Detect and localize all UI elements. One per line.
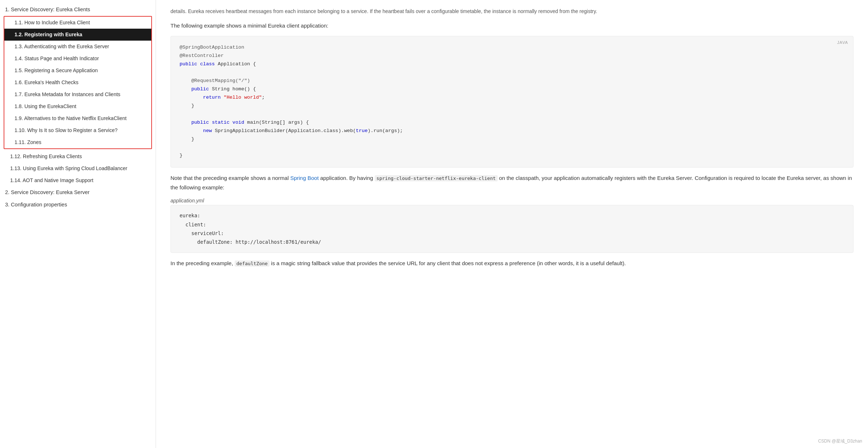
sidebar-item-s1-2[interactable]: 1.2. Registering with Eureka — [4, 29, 151, 41]
sidebar-item-s2[interactable]: 2. Service Discovery: Eureka Server — [0, 186, 156, 199]
yml-file-label: application.yml — [170, 198, 853, 204]
sidebar-item-s1-3[interactable]: 1.3. Authenticating with the Eureka Serv… — [4, 41, 151, 53]
code-line-blank3 — [180, 144, 844, 152]
yml-line-4: defaultZone: http://localhost:8761/eurek… — [180, 238, 844, 246]
sidebar-item-s1-8[interactable]: 1.8. Using the EurekaClient — [4, 100, 151, 112]
sidebar-item-s1-14[interactable]: 1.14. AOT and Native Image Support — [0, 174, 156, 186]
main-content: details. Eureka receives heartbeat messa… — [156, 0, 868, 448]
note-paragraph: Note that the preceding example shows a … — [170, 173, 853, 192]
sidebar-item-s1-11[interactable]: 1.11. Zones — [4, 136, 151, 148]
code-label: JAVA — [837, 39, 848, 46]
intro-paragraph: The following example shows a minimal Eu… — [170, 21, 853, 30]
sidebar-item-s1[interactable]: 1. Service Discovery: Eureka Clients — [0, 4, 156, 16]
sidebar-item-s1-6[interactable]: 1.6. Eureka's Health Checks — [4, 77, 151, 89]
code-line-3: public class Application { — [180, 60, 844, 69]
code-line-4: @RequestMapping("/") — [180, 77, 844, 85]
code-line-1: @SpringBootApplication — [180, 44, 844, 52]
sidebar-item-s1-13[interactable]: 1.13. Using Eureka with Spring Cloud Loa… — [0, 163, 156, 174]
sidebar-bordered-section: 1.1. How to Include Eureka Client 1.2. R… — [4, 16, 152, 149]
code-line-9: new SpringApplicationBuilder(Application… — [180, 127, 844, 135]
bottom-note-paragraph: In the preceding example, defaultZone is… — [170, 259, 853, 268]
sidebar-item-s1-9[interactable]: 1.9. Alternatives to the Native Netflix … — [4, 112, 151, 124]
inline-code-defaultzone: defaultZone — [235, 260, 270, 267]
yml-line-3: serviceUrl: — [180, 229, 844, 238]
code-line-2: @RestController — [180, 52, 844, 60]
sidebar-item-s1-1[interactable]: 1.1. How to Include Eureka Client — [4, 17, 151, 29]
code-line-5: public String home() { — [180, 85, 844, 94]
yml-code-block: eureka: client: serviceUrl: defaultZone:… — [170, 205, 853, 252]
sidebar: 1. Service Discovery: Eureka Clients 1.1… — [0, 0, 156, 448]
code-line-8: public static void main(String[] args) { — [180, 119, 844, 127]
sidebar-item-s1-10[interactable]: 1.10. Why Is It so Slow to Register a Se… — [4, 124, 151, 136]
code-line-blank1 — [180, 69, 844, 77]
sidebar-item-s1-4[interactable]: 1.4. Status Page and Health Indicator — [4, 53, 151, 65]
code-line-7: } — [180, 102, 844, 110]
yml-line-1: eureka: — [180, 211, 844, 220]
code-line-6: return "Hello world"; — [180, 94, 844, 102]
code-line-blank2 — [180, 110, 844, 119]
spring-boot-link[interactable]: Spring Boot — [290, 175, 318, 181]
sidebar-item-s1-7[interactable]: 1.7. Eureka Metadata for Instances and C… — [4, 89, 151, 100]
java-code-block: JAVA @SpringBootApplication @RestControl… — [170, 36, 853, 168]
csdn-watermark: CSDN @星域_D3zhan — [818, 438, 862, 444]
sidebar-item-s1-5[interactable]: 1.5. Registering a Secure Application — [4, 65, 151, 77]
code-line-11: } — [180, 152, 844, 160]
yml-line-2: client: — [180, 220, 844, 229]
top-fade-paragraph: details. Eureka receives heartbeat messa… — [170, 7, 853, 16]
sidebar-item-s1-12[interactable]: 1.12. Refreshing Eureka Clients — [0, 151, 156, 163]
sidebar-item-s3[interactable]: 3. Configuration properties — [0, 199, 156, 211]
inline-code-eureka: spring-cloud-starter-netflix-eureka-clie… — [375, 175, 498, 181]
code-line-10: } — [180, 135, 844, 144]
